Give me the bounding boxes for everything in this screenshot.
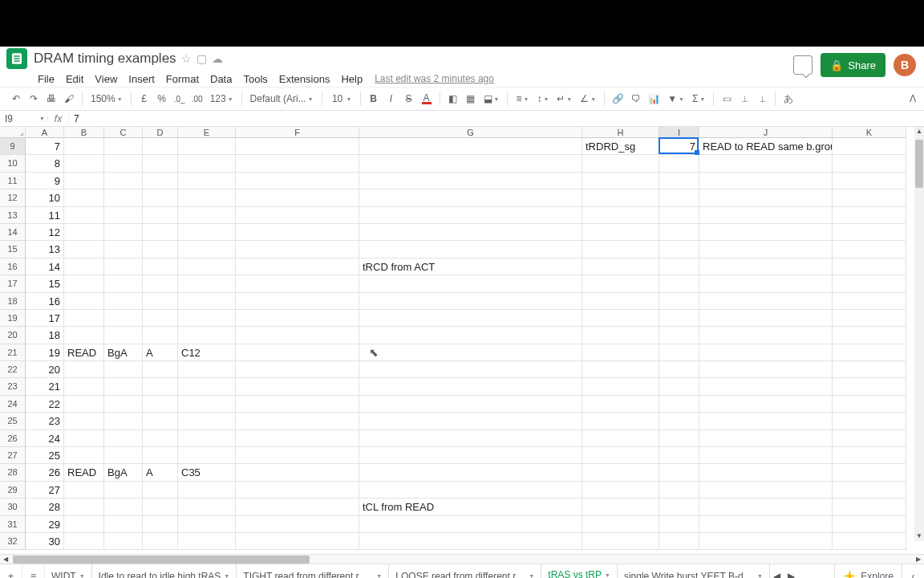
cell-J25[interactable] <box>699 413 833 429</box>
cell-G17[interactable] <box>359 275 582 291</box>
move-folder-icon[interactable]: ▢ <box>197 52 207 65</box>
cell-A29[interactable]: 27 <box>26 482 64 498</box>
cell-C32[interactable] <box>104 533 143 549</box>
filter-select[interactable]: ▼▼ <box>664 93 687 104</box>
cell-D11[interactable] <box>143 173 178 189</box>
cell-G13[interactable] <box>359 207 582 223</box>
last-edit-link[interactable]: Last edit was 2 minutes ago <box>375 73 494 84</box>
cell-D14[interactable] <box>143 224 178 240</box>
share-button[interactable]: 🔒 Share <box>821 53 886 77</box>
col-header-F[interactable]: F <box>236 127 359 138</box>
sheet-tab-menu-icon[interactable]: ▼ <box>376 573 382 578</box>
cell-G15[interactable] <box>359 241 582 257</box>
row-header-31[interactable]: 31 <box>0 516 26 533</box>
cell-F21[interactable] <box>236 344 359 360</box>
grid[interactable]: ABCDEFGHIJK 9101112131415161718192021222… <box>0 127 924 554</box>
cell-J21[interactable] <box>699 344 833 360</box>
cell-H14[interactable] <box>582 224 659 240</box>
cell-G14[interactable] <box>359 224 582 240</box>
menu-extensions[interactable]: Extensions <box>274 71 336 87</box>
cell-F25[interactable] <box>236 413 359 429</box>
cell-B12[interactable] <box>64 189 104 206</box>
cell-A12[interactable]: 10 <box>26 189 64 206</box>
cell-I29[interactable] <box>659 482 699 498</box>
cell-H32[interactable] <box>582 533 659 549</box>
cell-G32[interactable] <box>359 533 582 549</box>
cell-F26[interactable] <box>236 430 359 446</box>
cell-A25[interactable]: 23 <box>26 413 64 429</box>
cell-J26[interactable] <box>699 430 833 446</box>
cell-D17[interactable] <box>143 275 178 291</box>
cell-E9[interactable] <box>178 138 236 154</box>
cell-A11[interactable]: 9 <box>26 173 64 189</box>
cell-K21[interactable] <box>833 344 906 360</box>
cell-I10[interactable] <box>659 155 699 171</box>
cell-F15[interactable] <box>236 241 359 257</box>
cell-H12[interactable] <box>582 189 659 206</box>
cell-K31[interactable] <box>833 516 906 532</box>
cell-A20[interactable]: 18 <box>26 327 64 343</box>
document-title[interactable]: DRAM timing examples <box>34 51 176 67</box>
cell-A18[interactable]: 16 <box>26 293 64 309</box>
undo-button[interactable]: ↶ <box>8 90 24 108</box>
cell-K12[interactable] <box>833 189 906 206</box>
cell-C30[interactable] <box>104 499 143 515</box>
cell-J17[interactable] <box>699 275 833 291</box>
cell-I14[interactable] <box>659 224 699 240</box>
sheet-tab-1[interactable]: Idle to read to idle high tRAS▼ <box>92 564 237 578</box>
cell-D18[interactable] <box>143 293 178 309</box>
cell-C22[interactable] <box>104 361 143 377</box>
cell-I32[interactable] <box>659 533 699 549</box>
row-header-17[interactable]: 17 <box>0 275 26 292</box>
row-header-9[interactable]: 9 <box>0 138 26 155</box>
text-color-button[interactable]: A <box>419 90 435 108</box>
percent-button[interactable]: % <box>154 90 170 108</box>
sheet-tab-3[interactable]: LOOSE read from different row in same ba… <box>389 564 541 578</box>
cell-I31[interactable] <box>659 516 699 532</box>
cell-B14[interactable] <box>64 224 104 240</box>
cell-I21[interactable] <box>659 344 699 360</box>
cell-J29[interactable] <box>699 482 833 498</box>
row-header-14[interactable]: 14 <box>0 224 26 241</box>
cell-D29[interactable] <box>143 482 178 498</box>
cell-E26[interactable] <box>178 430 236 446</box>
wrap-select[interactable]: ↵▼ <box>553 93 575 104</box>
all-sheets-button[interactable]: ≡ <box>22 564 45 578</box>
cell-K15[interactable] <box>833 241 906 257</box>
strikethrough-button[interactable]: S <box>401 90 417 108</box>
cell-A22[interactable]: 20 <box>26 361 64 377</box>
sheets-logo-icon[interactable] <box>6 48 27 69</box>
cell-E18[interactable] <box>178 293 236 309</box>
cell-B23[interactable] <box>64 378 104 394</box>
col-header-B[interactable]: B <box>64 127 104 138</box>
cell-E21[interactable]: C12 <box>178 344 236 360</box>
cell-H28[interactable] <box>582 464 659 480</box>
cell-K22[interactable] <box>833 361 906 377</box>
add-sheet-button[interactable]: + <box>0 564 22 578</box>
italic-button[interactable]: I <box>383 90 399 108</box>
cell-K17[interactable] <box>833 275 906 291</box>
row-header-26[interactable]: 26 <box>0 430 26 447</box>
sheet-tab-menu-icon[interactable]: ▼ <box>605 572 610 578</box>
cell-J23[interactable] <box>699 378 833 394</box>
cell-G25[interactable] <box>359 413 582 429</box>
cell-E24[interactable] <box>178 396 236 412</box>
cell-C19[interactable] <box>104 310 143 326</box>
functions-select[interactable]: Σ▼ <box>689 93 708 104</box>
sheet-tab-menu-icon[interactable]: ▼ <box>757 573 763 578</box>
font-size-select[interactable]: 10▼ <box>327 93 355 104</box>
cell-B15[interactable] <box>64 241 104 257</box>
cell-D32[interactable] <box>143 533 178 549</box>
cell-D28[interactable]: A <box>143 464 178 480</box>
row-header-12[interactable]: 12 <box>0 189 26 206</box>
row-header-24[interactable]: 24 <box>0 396 26 413</box>
menu-format[interactable]: Format <box>160 71 205 87</box>
cell-D10[interactable] <box>143 155 178 171</box>
row-header-27[interactable]: 27 <box>0 447 26 464</box>
cell-F29[interactable] <box>236 482 359 498</box>
scroll-right-icon[interactable]: ▶ <box>913 555 924 564</box>
cell-E15[interactable] <box>178 241 236 257</box>
cell-H25[interactable] <box>582 413 659 429</box>
cell-J11[interactable] <box>699 173 833 189</box>
cell-C16[interactable] <box>104 258 143 275</box>
